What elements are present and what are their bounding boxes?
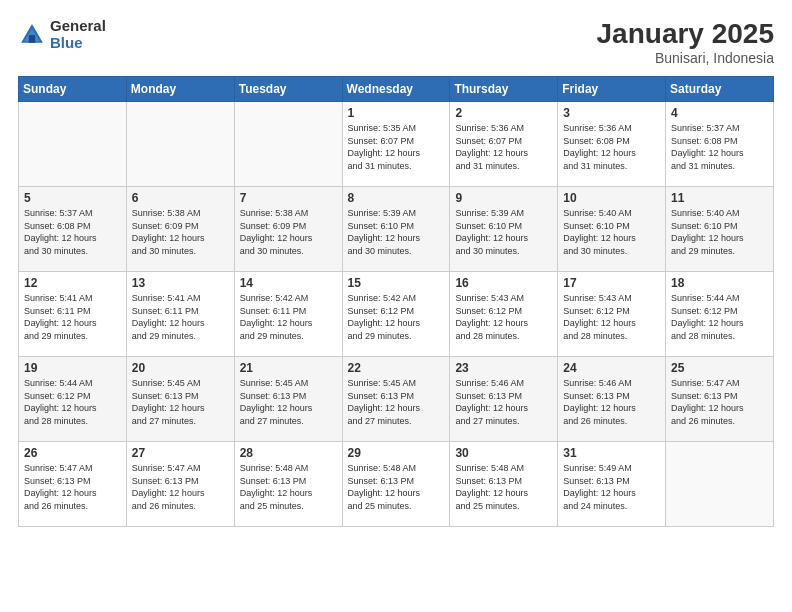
day-cell: 18Sunrise: 5:44 AM Sunset: 6:12 PM Dayli…	[666, 272, 774, 357]
day-number: 27	[132, 446, 229, 460]
day-info: Sunrise: 5:47 AM Sunset: 6:13 PM Dayligh…	[671, 377, 768, 427]
day-cell: 6Sunrise: 5:38 AM Sunset: 6:09 PM Daylig…	[126, 187, 234, 272]
day-info: Sunrise: 5:48 AM Sunset: 6:13 PM Dayligh…	[348, 462, 445, 512]
day-cell: 13Sunrise: 5:41 AM Sunset: 6:11 PM Dayli…	[126, 272, 234, 357]
day-cell: 22Sunrise: 5:45 AM Sunset: 6:13 PM Dayli…	[342, 357, 450, 442]
day-cell: 8Sunrise: 5:39 AM Sunset: 6:10 PM Daylig…	[342, 187, 450, 272]
day-cell: 27Sunrise: 5:47 AM Sunset: 6:13 PM Dayli…	[126, 442, 234, 527]
day-info: Sunrise: 5:42 AM Sunset: 6:11 PM Dayligh…	[240, 292, 337, 342]
day-info: Sunrise: 5:36 AM Sunset: 6:07 PM Dayligh…	[455, 122, 552, 172]
day-info: Sunrise: 5:37 AM Sunset: 6:08 PM Dayligh…	[671, 122, 768, 172]
day-cell: 10Sunrise: 5:40 AM Sunset: 6:10 PM Dayli…	[558, 187, 666, 272]
day-number: 10	[563, 191, 660, 205]
day-info: Sunrise: 5:47 AM Sunset: 6:13 PM Dayligh…	[24, 462, 121, 512]
day-info: Sunrise: 5:46 AM Sunset: 6:13 PM Dayligh…	[455, 377, 552, 427]
week-row-0: 1Sunrise: 5:35 AM Sunset: 6:07 PM Daylig…	[19, 102, 774, 187]
day-number: 26	[24, 446, 121, 460]
day-number: 23	[455, 361, 552, 375]
day-number: 21	[240, 361, 337, 375]
day-number: 6	[132, 191, 229, 205]
day-info: Sunrise: 5:35 AM Sunset: 6:07 PM Dayligh…	[348, 122, 445, 172]
day-cell: 31Sunrise: 5:49 AM Sunset: 6:13 PM Dayli…	[558, 442, 666, 527]
logo-icon	[18, 21, 46, 49]
day-info: Sunrise: 5:45 AM Sunset: 6:13 PM Dayligh…	[132, 377, 229, 427]
day-number: 2	[455, 106, 552, 120]
title-block: January 2025 Bunisari, Indonesia	[597, 18, 774, 66]
calendar-subtitle: Bunisari, Indonesia	[597, 50, 774, 66]
day-info: Sunrise: 5:45 AM Sunset: 6:13 PM Dayligh…	[240, 377, 337, 427]
day-info: Sunrise: 5:45 AM Sunset: 6:13 PM Dayligh…	[348, 377, 445, 427]
day-cell: 11Sunrise: 5:40 AM Sunset: 6:10 PM Dayli…	[666, 187, 774, 272]
day-cell: 9Sunrise: 5:39 AM Sunset: 6:10 PM Daylig…	[450, 187, 558, 272]
day-cell: 16Sunrise: 5:43 AM Sunset: 6:12 PM Dayli…	[450, 272, 558, 357]
header: General Blue January 2025 Bunisari, Indo…	[18, 18, 774, 66]
day-info: Sunrise: 5:38 AM Sunset: 6:09 PM Dayligh…	[132, 207, 229, 257]
day-cell: 17Sunrise: 5:43 AM Sunset: 6:12 PM Dayli…	[558, 272, 666, 357]
day-number: 5	[24, 191, 121, 205]
day-cell: 5Sunrise: 5:37 AM Sunset: 6:08 PM Daylig…	[19, 187, 127, 272]
svg-rect-2	[29, 35, 35, 43]
day-info: Sunrise: 5:36 AM Sunset: 6:08 PM Dayligh…	[563, 122, 660, 172]
week-row-4: 26Sunrise: 5:47 AM Sunset: 6:13 PM Dayli…	[19, 442, 774, 527]
day-cell: 28Sunrise: 5:48 AM Sunset: 6:13 PM Dayli…	[234, 442, 342, 527]
day-info: Sunrise: 5:40 AM Sunset: 6:10 PM Dayligh…	[671, 207, 768, 257]
day-number: 17	[563, 276, 660, 290]
day-number: 9	[455, 191, 552, 205]
day-cell	[126, 102, 234, 187]
day-info: Sunrise: 5:49 AM Sunset: 6:13 PM Dayligh…	[563, 462, 660, 512]
day-number: 30	[455, 446, 552, 460]
calendar-header-row: Sunday Monday Tuesday Wednesday Thursday…	[19, 77, 774, 102]
week-row-1: 5Sunrise: 5:37 AM Sunset: 6:08 PM Daylig…	[19, 187, 774, 272]
day-cell: 2Sunrise: 5:36 AM Sunset: 6:07 PM Daylig…	[450, 102, 558, 187]
day-cell: 3Sunrise: 5:36 AM Sunset: 6:08 PM Daylig…	[558, 102, 666, 187]
page: General Blue January 2025 Bunisari, Indo…	[0, 0, 792, 612]
day-cell: 21Sunrise: 5:45 AM Sunset: 6:13 PM Dayli…	[234, 357, 342, 442]
day-cell: 14Sunrise: 5:42 AM Sunset: 6:11 PM Dayli…	[234, 272, 342, 357]
day-number: 14	[240, 276, 337, 290]
header-tuesday: Tuesday	[234, 77, 342, 102]
day-cell: 12Sunrise: 5:41 AM Sunset: 6:11 PM Dayli…	[19, 272, 127, 357]
day-info: Sunrise: 5:39 AM Sunset: 6:10 PM Dayligh…	[455, 207, 552, 257]
day-number: 29	[348, 446, 445, 460]
week-row-3: 19Sunrise: 5:44 AM Sunset: 6:12 PM Dayli…	[19, 357, 774, 442]
day-cell: 23Sunrise: 5:46 AM Sunset: 6:13 PM Dayli…	[450, 357, 558, 442]
day-info: Sunrise: 5:44 AM Sunset: 6:12 PM Dayligh…	[671, 292, 768, 342]
day-number: 13	[132, 276, 229, 290]
day-cell	[19, 102, 127, 187]
header-monday: Monday	[126, 77, 234, 102]
day-info: Sunrise: 5:43 AM Sunset: 6:12 PM Dayligh…	[455, 292, 552, 342]
day-number: 19	[24, 361, 121, 375]
day-cell: 24Sunrise: 5:46 AM Sunset: 6:13 PM Dayli…	[558, 357, 666, 442]
calendar-title: January 2025	[597, 18, 774, 50]
day-number: 16	[455, 276, 552, 290]
day-number: 18	[671, 276, 768, 290]
day-number: 3	[563, 106, 660, 120]
day-cell: 1Sunrise: 5:35 AM Sunset: 6:07 PM Daylig…	[342, 102, 450, 187]
day-cell	[666, 442, 774, 527]
logo-text: General Blue	[50, 18, 106, 51]
day-cell: 15Sunrise: 5:42 AM Sunset: 6:12 PM Dayli…	[342, 272, 450, 357]
day-number: 22	[348, 361, 445, 375]
day-info: Sunrise: 5:44 AM Sunset: 6:12 PM Dayligh…	[24, 377, 121, 427]
header-saturday: Saturday	[666, 77, 774, 102]
day-number: 25	[671, 361, 768, 375]
day-cell: 20Sunrise: 5:45 AM Sunset: 6:13 PM Dayli…	[126, 357, 234, 442]
day-cell: 4Sunrise: 5:37 AM Sunset: 6:08 PM Daylig…	[666, 102, 774, 187]
logo: General Blue	[18, 18, 106, 51]
header-wednesday: Wednesday	[342, 77, 450, 102]
day-info: Sunrise: 5:40 AM Sunset: 6:10 PM Dayligh…	[563, 207, 660, 257]
day-info: Sunrise: 5:47 AM Sunset: 6:13 PM Dayligh…	[132, 462, 229, 512]
day-cell: 7Sunrise: 5:38 AM Sunset: 6:09 PM Daylig…	[234, 187, 342, 272]
day-cell	[234, 102, 342, 187]
header-thursday: Thursday	[450, 77, 558, 102]
day-number: 8	[348, 191, 445, 205]
logo-blue-text: Blue	[50, 35, 106, 52]
day-info: Sunrise: 5:43 AM Sunset: 6:12 PM Dayligh…	[563, 292, 660, 342]
day-number: 28	[240, 446, 337, 460]
day-number: 15	[348, 276, 445, 290]
day-number: 1	[348, 106, 445, 120]
day-info: Sunrise: 5:48 AM Sunset: 6:13 PM Dayligh…	[240, 462, 337, 512]
day-number: 31	[563, 446, 660, 460]
header-friday: Friday	[558, 77, 666, 102]
calendar-table: Sunday Monday Tuesday Wednesday Thursday…	[18, 76, 774, 527]
